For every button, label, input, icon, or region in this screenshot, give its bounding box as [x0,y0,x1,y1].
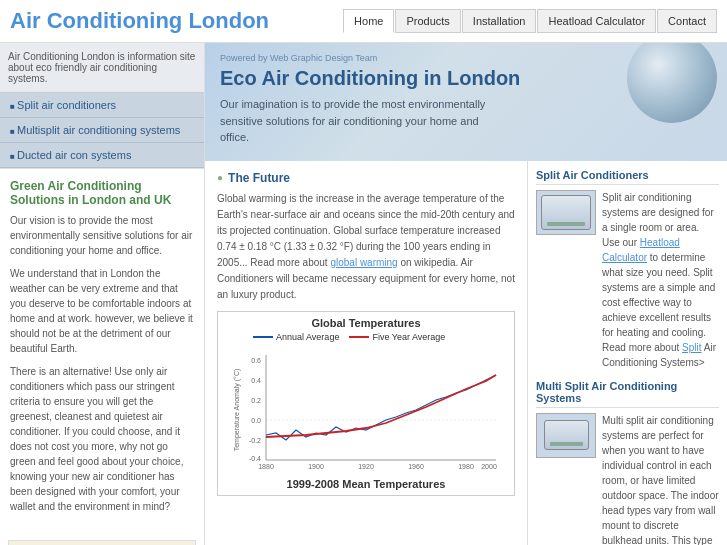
svg-text:1900: 1900 [308,463,324,470]
svg-text:1880: 1880 [258,463,274,470]
svg-text:Temperature Anomaly (°C): Temperature Anomaly (°C) [233,368,241,451]
main-layout: Air Conditioning London is information s… [0,43,727,545]
svg-text:1920: 1920 [358,463,374,470]
article-title: The Future [217,171,515,185]
product-multisplit-body: Multi split air conditioning systems are… [602,413,719,546]
hero-sphere-decoration [627,43,717,123]
site-title-accent: London [188,8,269,33]
legend-annual-color [253,336,273,338]
svg-text:1980: 1980 [458,463,474,470]
split-ac-image [536,190,596,235]
svg-text:0.4: 0.4 [251,377,261,384]
header: Air Conditioning London Home Products In… [0,0,727,43]
center-content: Powered by Web Graphic Design Team Eco A… [205,43,727,545]
nav-installation[interactable]: Installation [462,9,537,33]
product-split: Split Air Conditioners Split air conditi… [536,169,719,370]
product-split-body: Split air conditioning systems are desig… [602,190,719,370]
legend-annual: Annual Average [253,332,339,342]
nav-heatload[interactable]: Heatload Calculator [537,9,656,33]
hero-description: Our imagination is to provide the most e… [220,96,500,146]
green-para-2: We understand that in London the weather… [10,266,194,356]
sidebar: Air Conditioning London is information s… [0,43,205,545]
nav: Home Products Installation Heatload Calc… [342,9,717,33]
chart-title: Global Temperatures [223,317,509,329]
nav-products[interactable]: Products [395,9,460,33]
content-area: The Future Global warming is the increas… [205,161,727,546]
chart-subtitle: 1999-2008 Mean Temperatures [223,478,509,490]
svg-text:-0.4: -0.4 [249,455,261,462]
legend-five-color [349,336,369,338]
article-body: Global warming is the increase in the av… [217,191,515,303]
sidebar-link-split[interactable]: Split air conditioners [0,93,204,118]
hero: Powered by Web Graphic Design Team Eco A… [205,43,727,161]
chart-container: Global Temperatures Annual Average Five … [217,311,515,496]
green-section: Green Air Conditioning Solutions in Lond… [0,168,204,532]
svg-text:0.0: 0.0 [251,417,261,424]
multisplit-unit-icon [544,420,589,450]
svg-text:2000: 2000 [481,463,497,470]
product-split-title: Split Air Conditioners [536,169,719,185]
svg-text:0.2: 0.2 [251,397,261,404]
green-para-1: Our vision is to provide the most enviro… [10,213,194,258]
legend-annual-label: Annual Average [276,332,339,342]
chart-legend: Annual Average Five Year Average [253,332,509,342]
site-title: Air Conditioning London [10,8,269,34]
sidebar-intro: Air Conditioning London is information s… [0,43,204,93]
multisplit-ac-image [536,413,596,458]
svg-text:0.6: 0.6 [251,357,261,364]
nav-home[interactable]: Home [343,9,394,33]
green-title: Green Air Conditioning Solutions in Lond… [10,179,194,207]
product-split-top: Split air conditioning systems are desig… [536,190,719,370]
ac-unit-icon [541,195,591,230]
partner-box: Links of our partners and friends. [8,540,196,545]
product-multisplit-top: Multi split air conditioning systems are… [536,413,719,546]
chart-svg: Temperature Anomaly (°C) 0.6 0.4 0.2 0.0… [231,345,501,475]
product-multisplit: Multi Split Air Conditioning Systems Mul… [536,380,719,546]
sidebar-link-ducted[interactable]: Ducted air con systems [0,143,204,168]
right-sidebar: Split Air Conditioners Split air conditi… [527,161,727,546]
green-para-3: There is an alternative! Use only air co… [10,364,194,514]
sidebar-link-multisplit[interactable]: Multisplit air conditioning systems [0,118,204,143]
product-multisplit-title: Multi Split Air Conditioning Systems [536,380,719,408]
article: The Future Global warming is the increas… [205,161,527,546]
legend-five-label: Five Year Average [372,332,445,342]
legend-five: Five Year Average [349,332,445,342]
nav-contact[interactable]: Contact [657,9,717,33]
site-title-plain: Air Conditioning [10,8,188,33]
svg-text:1960: 1960 [408,463,424,470]
split-link[interactable]: Split [682,342,701,353]
svg-text:-0.2: -0.2 [249,437,261,444]
global-warming-link[interactable]: global warming [330,257,397,268]
